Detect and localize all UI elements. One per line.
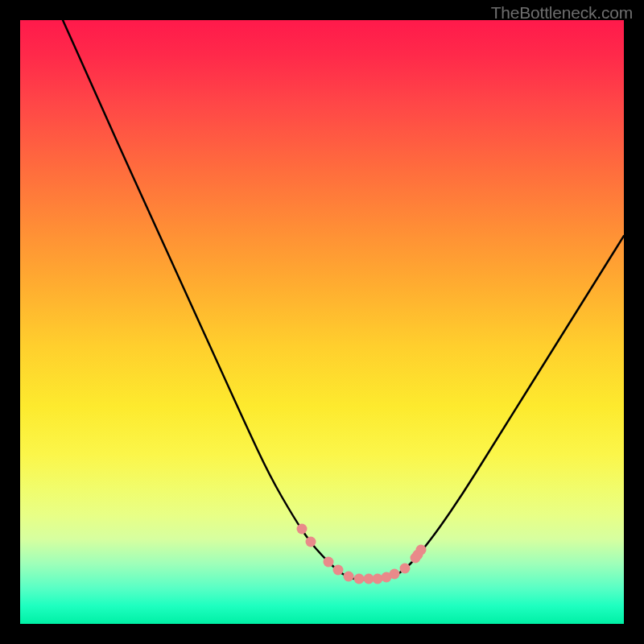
marker-dot bbox=[390, 569, 400, 580]
marker-dot bbox=[416, 545, 427, 555]
watermark-text: TheBottleneck.com bbox=[491, 3, 633, 23]
marker-dot bbox=[297, 524, 308, 535]
bottleneck-curve bbox=[63, 20, 624, 580]
marker-dot bbox=[354, 574, 365, 584]
marker-dot bbox=[333, 565, 344, 576]
marker-dot bbox=[324, 557, 334, 568]
marker-dot bbox=[373, 574, 383, 584]
marker-dot bbox=[306, 537, 316, 547]
chart-area bbox=[20, 20, 624, 624]
chart-svg bbox=[20, 20, 624, 624]
marker-dot bbox=[400, 564, 411, 574]
marker-dots-group bbox=[297, 524, 427, 584]
marker-dot bbox=[344, 572, 354, 582]
